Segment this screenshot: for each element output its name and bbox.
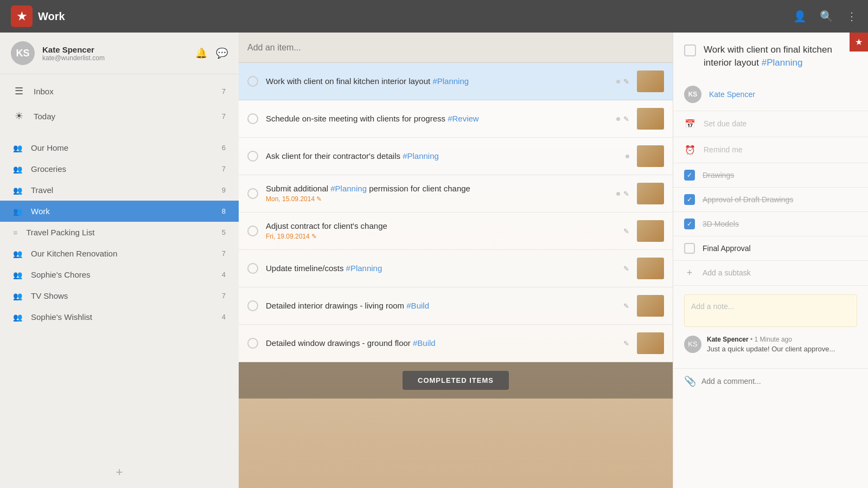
detail-due-date[interactable]: Set due date (704, 119, 746, 128)
list-item-label: Work (31, 207, 213, 216)
task-checkbox[interactable] (247, 300, 258, 311)
subtask-checkbox[interactable] (684, 243, 695, 254)
comment-input-row: 📎 (673, 368, 868, 394)
list-item-label: TV Shows (31, 291, 213, 300)
task-checkbox[interactable] (247, 151, 258, 162)
task-meta: Fri, 19.09.2014 ✎ (266, 233, 616, 241)
calendar-icon: 📅 (684, 119, 696, 129)
completed-banner: COMPLETED ITEMS (239, 362, 673, 399)
task-indicators: ✎ (623, 339, 629, 348)
subtask-item[interactable]: ✓ Approval of Draft Drawings (673, 188, 868, 212)
task-row[interactable]: Update timeline/costs #Planning ✎ (239, 250, 673, 287)
travel-packing-icon: ≡ (13, 228, 17, 237)
task-dot-icon (616, 117, 620, 121)
subtask-checkbox[interactable]: ✓ (684, 170, 695, 181)
sidebar-item-our-kitchen[interactable]: 👥 Our Kitchen Renovation 7 (0, 243, 239, 264)
task-row[interactable]: Submit additional #Planning permission f… (239, 175, 673, 213)
comment-author: Kate Spencer (707, 336, 749, 343)
task-checkbox[interactable] (247, 76, 258, 87)
user-email: kate@wunderlist.com (42, 54, 188, 62)
task-text: Schedule on-site meeting with clients fo… (266, 113, 609, 124)
note-area[interactable]: Add a note... (684, 294, 857, 327)
our-home-count: 6 (222, 144, 226, 152)
task-hashtag: #Planning (432, 76, 469, 86)
task-checkbox[interactable] (247, 113, 258, 124)
attach-icon[interactable]: 📎 (684, 375, 696, 387)
detail-assignee-avatar: KS (684, 86, 701, 103)
work-count: 8 (222, 207, 226, 215)
task-thumbnail (637, 108, 664, 130)
subtask-checkbox[interactable]: ✓ (684, 219, 695, 229)
add-subtask-row[interactable]: + Add a subtask (673, 261, 868, 286)
task-row[interactable]: Ask client for their contractor's detail… (239, 138, 673, 175)
comment-section: KS Kate Spencer • 1 Minute ago Just a qu… (673, 336, 868, 368)
task-dot-icon (626, 155, 629, 158)
sidebar-item-travel[interactable]: 👥 Travel 9 (0, 179, 239, 201)
task-text: Detailed window drawings - ground floor … (266, 338, 616, 349)
sidebar-item-sophies-chores[interactable]: 👥 Sophie's Chores 4 (0, 264, 239, 285)
add-subtask-icon: + (684, 267, 695, 279)
sidebar-item-groceries[interactable]: 👥 Groceries 7 (0, 158, 239, 179)
task-checkbox[interactable] (247, 338, 258, 349)
task-text: Update timeline/costs #Planning (266, 263, 616, 274)
travel-count: 9 (222, 186, 226, 194)
subtask-checkbox[interactable]: ✓ (684, 194, 695, 205)
task-row[interactable]: Work with client on final kitchen interi… (239, 63, 673, 100)
task-checkbox[interactable] (247, 188, 258, 199)
sidebar-item-inbox[interactable]: ☰ Inbox 7 (0, 79, 239, 104)
comment-input[interactable] (701, 377, 857, 386)
search-icon[interactable]: 🔍 (820, 10, 833, 23)
menu-icon[interactable]: ⋮ (846, 10, 857, 23)
sidebar-item-our-home[interactable]: 👥 Our Home 6 (0, 137, 239, 158)
add-item-input[interactable] (247, 43, 664, 53)
task-row[interactable]: Detailed interior drawings - living room… (239, 287, 673, 325)
task-indicators: ✎ (616, 190, 629, 198)
detail-bookmark-icon[interactable]: ★ (850, 33, 868, 52)
subtask-label: 3D Models (703, 220, 739, 228)
task-row[interactable]: Adjust contract for client's change Fri,… (239, 213, 673, 250)
subtask-item[interactable]: Final Approval (673, 236, 868, 261)
detail-header: Work with client on final kitchen interi… (673, 33, 868, 78)
completed-items-button[interactable]: COMPLETED ITEMS (403, 371, 509, 390)
sidebar-item-work[interactable]: 👥 Work 8 (0, 201, 239, 222)
task-meta: Mon, 15.09.2014 ✎ (266, 195, 609, 204)
topbar: ★ Work 👤 🔍 ⋮ (0, 0, 868, 33)
travel-packing-count: 5 (222, 228, 226, 236)
sidebar-item-tv-shows[interactable]: 👥 TV Shows 7 (0, 285, 239, 306)
detail-task-checkbox[interactable] (684, 44, 696, 56)
task-hashtag: #Review (448, 114, 479, 123)
detail-header-top: Work with client on final kitchen interi… (684, 43, 857, 69)
add-user-icon[interactable]: 👤 (793, 10, 807, 23)
detail-assignee-name[interactable]: Kate Spencer (709, 90, 755, 99)
comment-body: Kate Spencer • 1 Minute ago Just a quick… (707, 336, 857, 353)
work-icon: 👥 (13, 207, 22, 216)
task-thumbnail (637, 220, 664, 242)
add-list-button[interactable]: + (0, 457, 239, 488)
detail-remind[interactable]: Remind me (704, 145, 743, 154)
task-checkbox[interactable] (247, 263, 258, 274)
list-item-label: Travel Packing List (26, 228, 213, 237)
sidebar-item-today[interactable]: ☀ Today 7 (0, 104, 239, 129)
chat-icon[interactable]: 💬 (216, 47, 228, 59)
sidebar-item-label: Today (34, 112, 213, 121)
bell-icon[interactable]: 🔔 (195, 47, 207, 59)
subtask-item[interactable]: ✓ 3D Models (673, 212, 868, 236)
subtask-item[interactable]: ✓ Drawings (673, 163, 868, 188)
task-checkbox[interactable] (247, 226, 258, 236)
sidebar-item-travel-packing[interactable]: ≡ Travel Packing List 5 (0, 222, 239, 243)
task-row[interactable]: Detailed window drawings - ground floor … (239, 325, 673, 362)
subtask-label: Final Approval (703, 244, 751, 253)
user-info: Kate Spencer kate@wunderlist.com (42, 45, 188, 62)
task-pin-icon: ✎ (623, 339, 629, 348)
task-thumbnail (637, 183, 664, 204)
alarm-icon: ⏰ (684, 145, 696, 155)
inbox-count: 7 (222, 87, 226, 95)
detail-due-date-row: 📅 Set due date (673, 111, 868, 137)
inbox-icon: ☰ (13, 85, 25, 97)
detail-title: Work with client on final kitchen interi… (704, 43, 857, 69)
task-row[interactable]: Schedule on-site meeting with clients fo… (239, 100, 673, 138)
groceries-icon: 👥 (13, 165, 22, 174)
sidebar-item-sophies-wishlist[interactable]: 👥 Sophie's Wishlist 4 (0, 306, 239, 328)
task-indicators: ✎ (623, 227, 629, 235)
note-placeholder: Add a note... (691, 302, 734, 311)
